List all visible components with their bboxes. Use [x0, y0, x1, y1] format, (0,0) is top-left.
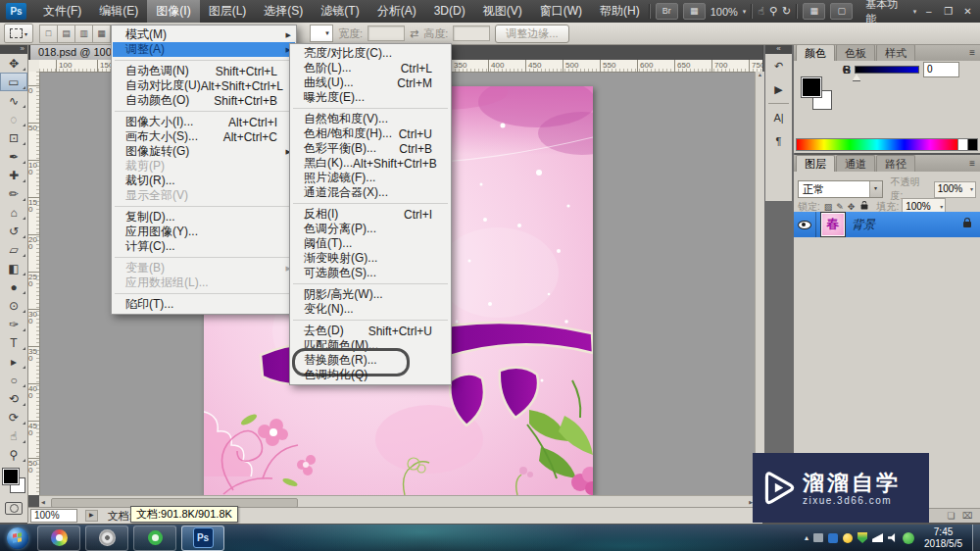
layer-row-background[interactable]: 春 背景 [794, 212, 980, 237]
actions-panel-icon[interactable]: ▶ [765, 77, 792, 101]
menu-item[interactable]: 通道混合器(X)... [291, 185, 450, 200]
height-field[interactable] [453, 25, 490, 41]
tool-preset-button[interactable]: ▾ [4, 24, 33, 43]
clone-stamp-tool[interactable]: ⌂ [0, 203, 27, 222]
menu-item[interactable]: 图像大小(I)... Alt+Ctrl+I [113, 115, 295, 129]
menu-item[interactable]: 反相(I) Ctrl+I [291, 207, 450, 222]
menu-item-mode[interactable]: 模式(M) ▶ [113, 27, 295, 42]
screen-mode-icon[interactable]: ▢ [830, 3, 853, 20]
path-select-tool[interactable]: ▸ [0, 352, 27, 371]
slider-thumb-icon[interactable] [853, 71, 860, 80]
white-swatch[interactable] [957, 139, 967, 150]
menu-item[interactable]: 自然饱和度(V)... [291, 112, 450, 126]
menu-item[interactable] [293, 320, 448, 321]
color-slider-track[interactable] [855, 66, 919, 74]
menu-item[interactable] [115, 111, 293, 112]
delete-layer-icon[interactable]: ⌧ [962, 511, 972, 521]
show-desktop-button[interactable] [972, 525, 980, 551]
menu-item[interactable]: 照片滤镜(F)... [291, 171, 450, 185]
dodge-tool[interactable]: ⊙ [0, 296, 27, 315]
move-tool[interactable]: ✥ [0, 54, 27, 73]
style-dropdown[interactable]: ▼ [310, 25, 333, 42]
history-panel-icon[interactable]: ↶ [765, 54, 792, 77]
tab-paths[interactable]: 路径 [876, 155, 915, 172]
layer-thumbnail[interactable]: 春 [821, 213, 845, 236]
close-button[interactable]: ✕ [960, 6, 975, 17]
antivirus-tray-icon[interactable] [903, 532, 914, 544]
vertical-scrollbar[interactable]: ▲▼ [755, 72, 764, 495]
tab-layers[interactable]: 图层 [796, 155, 835, 172]
menu-analysis[interactable]: 分析(A) [368, 0, 425, 23]
menu-filter[interactable]: 滤镜(T) [312, 0, 368, 23]
menu-help[interactable]: 帮助(H) [591, 0, 649, 23]
tray-app-icon[interactable] [813, 533, 823, 542]
menu-item[interactable]: 画布大小(S)... Alt+Ctrl+C [113, 129, 295, 144]
bridge-icon[interactable]: Br [656, 3, 678, 20]
gradient-tool[interactable]: ◧ [0, 259, 27, 277]
zoom-percent-field[interactable]: 100% [30, 509, 77, 523]
taskbar-clock[interactable]: 7:45 2018/5/5 [924, 526, 962, 550]
menu-item[interactable]: 变量(B) ▶ [113, 261, 295, 276]
menu-item[interactable]: 色调均化(Q) [291, 368, 450, 382]
menu-layer[interactable]: 图层(L) [200, 0, 256, 23]
menu-item[interactable] [293, 108, 448, 109]
rotate-view-icon[interactable]: ↻ [782, 5, 791, 18]
opacity-field[interactable]: 100% ▾ [934, 181, 976, 198]
color-spectrum-ramp[interactable] [796, 138, 978, 151]
tab-channels[interactable]: 通道 [836, 155, 875, 172]
spectrum-gradient[interactable] [797, 139, 957, 150]
add-selection-icon[interactable]: ▤ [57, 25, 75, 43]
healing-brush-tool[interactable]: ✚ [0, 166, 27, 184]
history-brush-tool[interactable]: ↺ [0, 222, 27, 240]
menu-item[interactable]: 自动颜色(O) Shift+Ctrl+B [113, 93, 295, 108]
blend-mode-dropdown[interactable]: 正常 ▾ [798, 180, 883, 198]
menu-item[interactable]: 应用图像(Y)... [113, 225, 295, 239]
swap-dimensions-icon[interactable]: ⇄ [410, 27, 418, 40]
menu-item[interactable]: 陷印(T)... [113, 297, 295, 312]
minimize-button[interactable]: – [921, 6, 936, 17]
eraser-tool[interactable]: ▱ [0, 240, 27, 259]
lock-pixels-icon[interactable]: ✎ [836, 202, 844, 212]
lock-position-icon[interactable]: ✥ [848, 202, 856, 212]
black-swatch[interactable] [967, 139, 977, 150]
marquee-tool[interactable]: ▭ [0, 73, 27, 91]
menu-view[interactable]: 视图(V) [474, 0, 531, 23]
menu-item-adjustments[interactable]: 调整(A) ▶ [113, 42, 295, 57]
hand-tool[interactable]: ☝ [0, 426, 27, 445]
new-selection-icon[interactable]: □ [39, 25, 58, 43]
zoom-tool[interactable]: ⚲ [0, 445, 27, 464]
menu-item[interactable]: 亮度/对比度(C)... [291, 46, 450, 61]
menu-item[interactable]: 图像旋转(G) ▶ [113, 144, 295, 159]
tray-app-icon[interactable] [843, 533, 853, 543]
menu-item[interactable]: 去色(D) Shift+Ctrl+U [291, 324, 450, 338]
menu-image-top[interactable]: 图像(I) [147, 0, 199, 23]
crop-tool[interactable]: ⊡ [0, 128, 27, 147]
menu-item[interactable]: 自动色调(N) Shift+Ctrl+L [113, 64, 295, 78]
menu-item[interactable]: 可选颜色(S)... [291, 266, 450, 280]
menu-item[interactable]: 曲线(U)... Ctrl+M [291, 75, 450, 90]
restore-button[interactable]: ❐ [941, 6, 956, 17]
taskbar-app-media[interactable] [85, 526, 128, 551]
brush-tool[interactable]: ✏ [0, 184, 27, 203]
panel-menu-icon[interactable]: ≡ [969, 158, 975, 169]
tray-expand-icon[interactable]: ▴ [805, 533, 808, 542]
menu-item[interactable]: 裁剪(P) [113, 159, 295, 174]
menu-item[interactable]: 自动对比度(U) Alt+Shift+Ctrl+L [113, 78, 295, 93]
menu-item[interactable]: 阴影/高光(W)... [291, 287, 450, 302]
menu-3d[interactable]: 3D(D) [425, 0, 474, 23]
chevron-down-icon[interactable]: ▾ [913, 8, 917, 16]
volume-icon[interactable] [888, 533, 898, 542]
blur-tool[interactable]: ● [0, 277, 27, 296]
menu-item[interactable] [115, 257, 293, 258]
menu-item[interactable]: 裁切(R)... [113, 174, 295, 188]
toolbar-collapse-icon[interactable]: » [0, 44, 27, 54]
menu-item[interactable] [115, 60, 293, 61]
menu-item[interactable]: 渐变映射(G)... [291, 251, 450, 266]
panel-foreground-swatch[interactable] [802, 77, 821, 97]
lock-all-icon[interactable] [861, 204, 868, 209]
menu-item[interactable]: 曝光度(E)... [291, 90, 450, 105]
vertical-ruler[interactable]: 0 50 100 150 200 250 300 350 400 450 500 [27, 72, 40, 495]
menu-item[interactable]: 匹配颜色(M)... [291, 338, 450, 353]
tray-app-icon[interactable] [828, 533, 838, 543]
menu-item[interactable]: 色彩平衡(B)... Ctrl+B [291, 141, 450, 156]
